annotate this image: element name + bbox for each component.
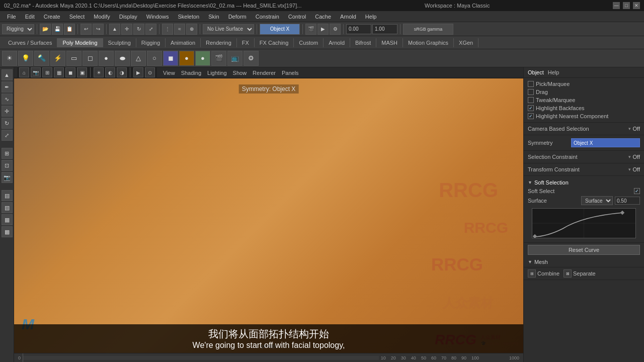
menu-windows[interactable]: Windows	[142, 13, 173, 21]
minimize-button[interactable]: —	[613, 2, 620, 9]
tool-cube[interactable]: ◻	[83, 51, 98, 66]
tab-motion-graphics[interactable]: Motion Graphics	[403, 38, 454, 47]
tab-custom[interactable]: Custom	[294, 38, 324, 47]
coord0-input[interactable]	[346, 24, 371, 34]
close-button[interactable]: ✕	[633, 2, 640, 9]
tool-extra4[interactable]: ▩	[2, 226, 13, 237]
window-controls[interactable]: — □ ✕	[613, 2, 640, 9]
tab-sculpting[interactable]: Sculpting	[103, 38, 136, 47]
rotate-tool-left[interactable]: ↻	[2, 118, 13, 129]
settings-btn[interactable]: ⚙	[330, 24, 341, 35]
surface-value-input[interactable]	[615, 197, 640, 205]
drag-checkbox[interactable]	[528, 89, 534, 95]
3d-viewport[interactable]: Symmetry: Object X persp RRCG RRCG RRCG …	[14, 78, 523, 353]
menu-deform[interactable]: Deform	[224, 13, 251, 21]
viewport-menu-lighting[interactable]: Lighting	[207, 70, 227, 76]
vp-grid[interactable]: ⊞	[42, 67, 52, 77]
soft-selection-expand[interactable]: ▼	[528, 180, 532, 185]
pick-checkbox[interactable]	[528, 81, 534, 87]
lasso-tool[interactable]: ∿	[2, 94, 13, 105]
tool-light2[interactable]: 🔦	[34, 51, 49, 66]
scale-tool[interactable]: ⤢	[145, 24, 156, 35]
tab-xgen[interactable]: XGen	[454, 38, 478, 47]
menu-create[interactable]: Create	[40, 13, 64, 21]
render2-btn[interactable]: ▶	[317, 24, 329, 35]
sel-constraint-arrow[interactable]: ▾	[628, 154, 631, 159]
tab-poly-modeling[interactable]: Poly Modeling	[57, 38, 103, 47]
reset-curve-button[interactable]: Reset Curve	[528, 245, 640, 255]
soft-select-checkbox[interactable]	[634, 188, 640, 194]
vp-shadow[interactable]: ◐	[105, 67, 115, 77]
undo-button[interactable]: ↩	[80, 24, 92, 35]
scale-tool-left[interactable]: ⤢	[2, 130, 13, 141]
tab-fx[interactable]: FX	[237, 38, 255, 47]
tool-settings[interactable]: ⚙	[244, 51, 259, 66]
vp-ao[interactable]: ◑	[117, 67, 127, 77]
viewport-menu-renderer[interactable]: Renderer	[253, 70, 276, 76]
mode-dropdown[interactable]: Rigging	[2, 24, 34, 34]
tool-mat3[interactable]: ●	[195, 51, 210, 66]
rp-help-tab[interactable]: Help	[548, 69, 559, 75]
tool-extra1[interactable]: ▤	[2, 190, 13, 201]
paint-tool[interactable]: ✒	[2, 81, 13, 93]
vp-wire[interactable]: ▦	[54, 67, 64, 77]
tool-plane[interactable]: ▭	[66, 51, 82, 66]
gamma-btn[interactable]: sRGB gamma	[403, 24, 453, 35]
tool-cylinder[interactable]: ⬬	[115, 51, 130, 66]
menu-cache[interactable]: Cache	[311, 13, 335, 21]
tab-bifrost[interactable]: Bifrost	[350, 38, 376, 47]
menu-control[interactable]: Control	[284, 13, 310, 21]
render-btn[interactable]: 🎬	[305, 24, 316, 35]
rotate-tool[interactable]: ↻	[133, 24, 144, 35]
tweak-checkbox[interactable]	[528, 97, 534, 103]
object-mode-btn[interactable]: Object X	[260, 24, 300, 35]
layout-btn[interactable]: ⊡	[2, 160, 13, 171]
tool-render2[interactable]: 📺	[227, 51, 243, 66]
move-tool[interactable]: ✛	[121, 24, 132, 35]
maximize-button[interactable]: □	[623, 2, 630, 9]
vp-texture[interactable]: ▣	[77, 67, 87, 77]
vp-camera[interactable]: 📷	[31, 67, 41, 77]
menu-arnold[interactable]: Arnold	[336, 13, 360, 21]
combine-icon[interactable]: ⊞	[528, 269, 536, 278]
rp-object-tab[interactable]: Object	[528, 69, 544, 75]
coord1-input[interactable]	[372, 24, 397, 34]
tool-extra2[interactable]: ▧	[2, 202, 13, 213]
vp-play[interactable]: ▶	[133, 67, 143, 77]
menu-skin[interactable]: Skin	[204, 13, 223, 21]
snap-grid[interactable]: ⋮	[162, 24, 173, 35]
highlight-backfaces-checkbox[interactable]	[528, 105, 534, 111]
redo-button[interactable]: ↪	[93, 24, 104, 35]
tab-arnold[interactable]: Arnold	[324, 38, 350, 47]
menu-modify[interactable]: Modify	[90, 13, 114, 21]
save-as-button[interactable]: 📋	[64, 24, 75, 35]
tool-light3[interactable]: ⚡	[50, 51, 65, 66]
save-button[interactable]: 💾	[52, 24, 63, 35]
live-surface-dropdown[interactable]: No Live Surface	[203, 24, 254, 34]
transform-constraint-arrow[interactable]: ▾	[628, 167, 631, 172]
tool-extra3[interactable]: ▦	[2, 214, 13, 225]
tool-mat1[interactable]: ◼	[163, 51, 178, 66]
viewport-menu-panels[interactable]: Panels	[282, 70, 299, 76]
vp-lights[interactable]: ☀	[94, 67, 104, 77]
tab-animation[interactable]: Animation	[166, 38, 201, 47]
menu-file[interactable]: File	[3, 13, 20, 21]
move-tool-left[interactable]: ✛	[2, 106, 13, 117]
vp-home[interactable]: ⌂	[19, 67, 29, 77]
viewport-menu-shading[interactable]: Shading	[181, 70, 201, 76]
menu-select[interactable]: Select	[65, 13, 89, 21]
tab-rigging[interactable]: Rigging	[136, 38, 166, 47]
separate-icon[interactable]: ⊠	[564, 269, 572, 278]
tool-sun[interactable]: ☀	[2, 51, 17, 66]
tab-fx-caching[interactable]: FX Caching	[255, 38, 294, 47]
menu-edit[interactable]: Edit	[21, 13, 39, 21]
highlight-nearest-checkbox[interactable]	[528, 113, 534, 119]
tab-rendering[interactable]: Rendering	[201, 38, 237, 47]
menu-help[interactable]: Help	[361, 13, 381, 21]
tool-cone[interactable]: △	[131, 51, 146, 66]
viewport-menu-show[interactable]: Show	[233, 70, 247, 76]
tool-mat2[interactable]: ●	[179, 51, 194, 66]
tool-light1[interactable]: 💡	[18, 51, 33, 66]
menu-skeleton[interactable]: Skeleton	[174, 13, 203, 21]
select-tool[interactable]: ▲	[109, 24, 120, 35]
